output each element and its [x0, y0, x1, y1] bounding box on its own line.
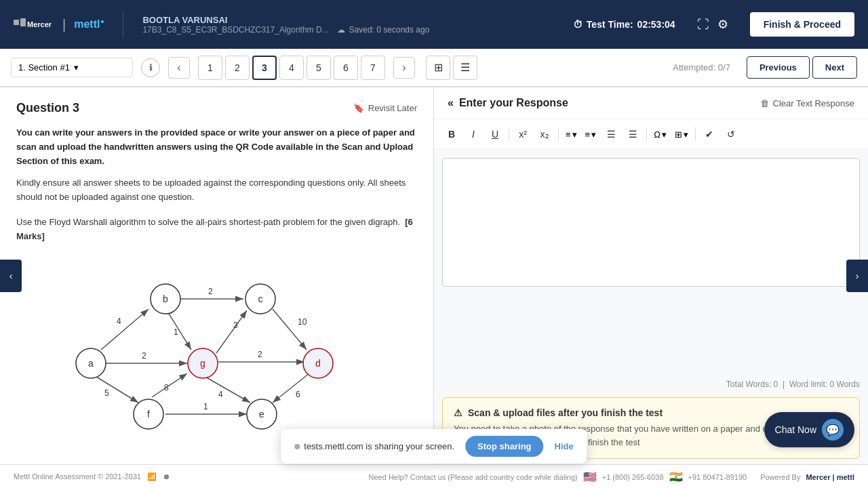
next-button[interactable]: Next	[812, 56, 857, 79]
ordered-list-dropdown[interactable]: ≡ ▾	[563, 128, 580, 141]
ol-chevron: ▾	[572, 129, 577, 140]
in-phone: +91 80471-89190	[688, 473, 747, 481]
clear-icon: 🗑	[760, 98, 769, 108]
side-next-button[interactable]: ›	[846, 260, 868, 292]
question-num-2[interactable]: 2	[225, 56, 250, 80]
header-divider	[123, 11, 123, 38]
chat-now-button[interactable]: Chat Now 💬	[764, 412, 854, 447]
mettl-logo: mettl	[74, 18, 100, 30]
svg-text:3: 3	[233, 321, 238, 330]
response-title: « Enter your Response	[448, 97, 568, 109]
list-view-button[interactable]: ☰	[453, 56, 477, 80]
question-num-3[interactable]: 3	[252, 56, 277, 80]
total-words-label: Total Words: 0	[726, 380, 778, 389]
svg-text:Mercer: Mercer	[27, 20, 52, 28]
unordered-list-dropdown[interactable]: ≡ ▾	[583, 128, 599, 141]
hide-button[interactable]: Hide	[555, 441, 574, 451]
word-count: Total Words: 0 | Word limit: 0 Words	[434, 377, 868, 392]
subscript-button[interactable]: x₂	[535, 125, 554, 144]
svg-text:1: 1	[174, 327, 178, 337]
bold-button[interactable]: B	[442, 125, 461, 144]
svg-text:b: b	[163, 293, 168, 304]
svg-text:d: d	[315, 358, 321, 369]
mercer-logo: Mercer	[14, 16, 54, 34]
clear-response-button[interactable]: 🗑 Clear Text Response	[760, 98, 854, 108]
user-name: BOOTLA VARUNSAI	[142, 15, 561, 25]
revisit-later-button[interactable]: 🔖 Revisit Later	[353, 103, 417, 113]
spellcheck-button[interactable]: ✔	[700, 125, 719, 144]
stop-sharing-button[interactable]: Stop sharing	[465, 436, 543, 457]
mettl-dot	[101, 20, 104, 23]
graph-diagram: 4 2 10 1 3 2 2	[16, 255, 417, 447]
italic-icon: I	[472, 129, 475, 140]
logo: Mercer | mettl	[14, 16, 104, 34]
question-num-6[interactable]: 6	[334, 56, 358, 80]
navbar: 1. Section #1 ▾ ℹ ‹ 1 2 3 4 5 6 7 › ⊞ ☰ …	[0, 49, 868, 87]
settings-icon[interactable]: ⚙	[717, 17, 728, 32]
logo-separator: |	[62, 17, 66, 33]
svg-line-12	[216, 310, 247, 353]
svg-text:2: 2	[208, 287, 213, 296]
side-prev-button[interactable]: ‹	[0, 260, 22, 292]
redo-icon: ↺	[727, 129, 735, 140]
question-body-text: Use the Floyd Warshall algorithm to solv…	[16, 217, 400, 227]
svg-text:8: 8	[164, 383, 169, 392]
expand-icon[interactable]: ⛶	[697, 17, 709, 32]
screen-share-bar: tests.mettl.com is sharing your screen. …	[281, 429, 587, 464]
header-info: BOOTLA VARUNSAI 17B3_C8_S5_EC3R_BSDCHZC3…	[142, 15, 561, 35]
question-num-7[interactable]: 7	[361, 56, 385, 80]
superscript-button[interactable]: x²	[513, 125, 532, 144]
questions-next-arrow[interactable]: ›	[393, 57, 415, 79]
table-dropdown[interactable]: ⊞ ▾	[672, 128, 691, 141]
indent-button[interactable]: ☰	[601, 125, 620, 144]
share-dot	[294, 444, 300, 449]
question-num-1[interactable]: 1	[198, 56, 222, 80]
previous-button[interactable]: Previous	[747, 56, 810, 79]
word-count-text: Total Words: 0 | Word limit: 0 Words	[726, 380, 860, 389]
svg-text:g: g	[200, 358, 205, 369]
info-button[interactable]: ℹ	[141, 58, 160, 77]
saved-status: ☁ Saved: 0 seconds ago	[337, 25, 430, 35]
timer-icon: ⏱	[573, 19, 583, 30]
finish-proceed-button[interactable]: Finish & Proceed	[750, 12, 854, 37]
us-flag: 🇺🇸	[583, 470, 597, 483]
svg-line-8	[273, 309, 307, 350]
bookmark-icon: 🔖	[353, 103, 364, 113]
question-header: Question 3 🔖 Revisit Later	[16, 101, 417, 115]
special-chars-dropdown[interactable]: Ω ▾	[651, 128, 669, 141]
underline-button[interactable]: U	[486, 125, 505, 144]
section-selector[interactable]: 1. Section #1 ▾	[11, 58, 133, 77]
saved-text: Saved: 0 seconds ago	[349, 25, 430, 35]
underline-icon: U	[492, 129, 498, 140]
redo-button[interactable]: ↺	[722, 125, 741, 144]
svg-text:1: 1	[203, 402, 208, 411]
double-chevron-icon: «	[448, 97, 454, 109]
section-label: 1. Section #1	[18, 62, 70, 73]
question-num-5[interactable]: 5	[307, 56, 331, 80]
question-panel: Question 3 🔖 Revisit Later You can write…	[0, 87, 434, 464]
ol-icon: ≡	[566, 129, 571, 140]
questions-prev-arrow[interactable]: ‹	[168, 57, 190, 79]
question-num-4[interactable]: 4	[279, 56, 304, 80]
response-title-text: Enter your Response	[459, 97, 568, 109]
attempted-count: Attempted: 0/7	[673, 62, 730, 73]
test-id: 17B3_C8_S5_EC3R_BSDCHZC317_Algorithm D..…	[142, 25, 328, 35]
share-indicator-text: tests.mettl.com is sharing your screen.	[304, 441, 454, 451]
chevron-down-icon: ▾	[74, 62, 79, 73]
share-indicator: tests.mettl.com is sharing your screen.	[294, 441, 454, 451]
scan-upload-title-text: Scan & upload files after you finish the…	[468, 407, 663, 418]
ul-chevron: ▾	[591, 129, 596, 140]
header-icons: ⛶ ⚙	[697, 17, 728, 32]
timer-label: Test Time:	[587, 19, 633, 30]
header: Mercer | mettl BOOTLA VARUNSAI 17B3_C8_S…	[0, 0, 868, 49]
svg-text:e: e	[259, 409, 264, 420]
prev-next-buttons: Previous Next	[747, 56, 857, 79]
response-textarea[interactable]	[442, 158, 860, 287]
svg-text:10: 10	[298, 317, 307, 327]
chat-icon: 💬	[822, 419, 844, 441]
outdent-button[interactable]: ☰	[623, 125, 642, 144]
powered-by-text: Powered By	[760, 473, 800, 481]
grid-view-button[interactable]: ⊞	[426, 56, 450, 80]
svg-text:2: 2	[142, 351, 146, 361]
italic-button[interactable]: I	[464, 125, 483, 144]
